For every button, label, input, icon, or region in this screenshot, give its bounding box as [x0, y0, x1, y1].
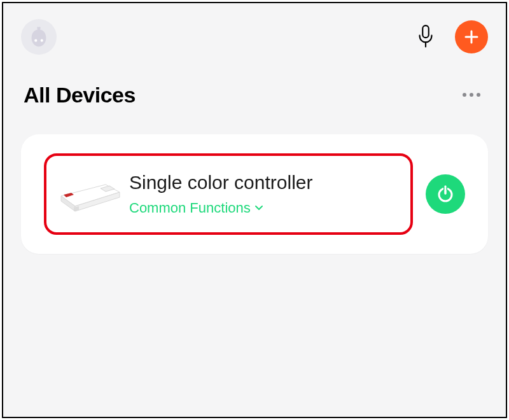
robot-avatar-icon	[27, 25, 51, 49]
more-options-button[interactable]	[457, 81, 485, 109]
svg-point-0	[34, 39, 37, 42]
svg-rect-2	[422, 25, 429, 38]
section-header: All Devices	[21, 81, 488, 109]
more-horizontal-icon	[462, 92, 481, 97]
assistant-avatar[interactable]	[21, 19, 57, 55]
power-icon	[436, 185, 455, 204]
device-card: Single color controller Common Functions	[21, 134, 488, 254]
device-name: Single color controller	[129, 172, 312, 193]
plus-icon	[464, 29, 479, 45]
device-thumbnail	[54, 169, 124, 220]
controller-device-icon	[54, 172, 124, 216]
device-info: Single color controller Common Functions	[129, 172, 312, 216]
device-item[interactable]: Single color controller Common Functions	[44, 153, 413, 235]
common-functions-toggle[interactable]: Common Functions	[129, 200, 312, 216]
microphone-icon	[416, 25, 435, 49]
svg-point-7	[470, 93, 473, 97]
power-toggle-button[interactable]	[426, 174, 465, 214]
chevron-down-icon	[254, 205, 263, 211]
svg-point-1	[41, 39, 43, 42]
section-title: All Devices	[24, 83, 136, 108]
svg-point-6	[463, 93, 466, 97]
common-functions-label: Common Functions	[129, 200, 251, 216]
voice-button[interactable]	[412, 23, 440, 51]
svg-point-8	[477, 93, 480, 97]
top-bar	[21, 15, 488, 59]
add-device-button[interactable]	[455, 20, 488, 53]
